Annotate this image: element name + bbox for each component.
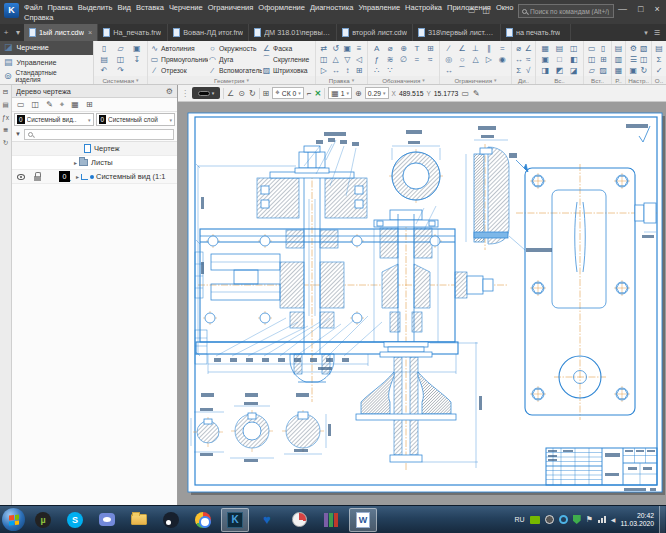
system-tool-icon[interactable]: ▯ (102, 44, 106, 53)
antivirus-shield-icon[interactable] (573, 515, 581, 524)
zoom-tool-icon[interactable]: ⊕ (355, 89, 362, 98)
show-desktop-button[interactable] (659, 506, 665, 533)
menu-item[interactable]: Настройка (405, 3, 442, 12)
menu-item[interactable]: Черчение (169, 3, 203, 12)
annotation-tool-icon[interactable]: А (374, 44, 379, 53)
expand-caret-icon[interactable]: ▸ (74, 159, 77, 166)
minimize-button[interactable]: — (618, 4, 627, 14)
panel-switch-icon[interactable]: ⊟ (3, 88, 8, 96)
snap-icon[interactable]: ∠ (227, 89, 234, 98)
doc-tab-6[interactable]: 318\первый лист.cdw (413, 24, 501, 41)
clock[interactable]: 20:42 11.03.2020 (620, 512, 654, 528)
panel-switch-icon[interactable]: ≣ (3, 126, 8, 134)
new-tab-button[interactable]: + (0, 24, 12, 41)
view-tool-icon[interactable]: ◪ (570, 66, 578, 75)
edit-tool-icon[interactable]: ◁ (356, 55, 362, 64)
menu-item[interactable]: Правка (47, 3, 72, 12)
tool-arc[interactable]: ◠Дуга (208, 54, 262, 65)
tool-segment[interactable]: ∕Отрезок (150, 65, 208, 76)
insert-tool-icon[interactable]: ▱ (589, 66, 595, 75)
edit-tool-icon[interactable]: ◫ (320, 55, 328, 64)
menu-item[interactable]: Оформление (258, 3, 305, 12)
view-tool-icon[interactable]: ◨ (541, 66, 549, 75)
pointer-tool-icon[interactable]: ✎ (473, 89, 480, 98)
ortho-corner-icon[interactable]: ⌐ (307, 89, 312, 98)
o-tool-icon[interactable]: Σ (657, 55, 662, 64)
expand-caret-icon[interactable]: ▸ (76, 173, 79, 180)
tree-toolbar-icon[interactable]: ✎ (46, 100, 53, 109)
edit-tool-icon[interactable]: ↕ (345, 66, 349, 75)
edit-tool-icon[interactable]: ▷ (321, 66, 327, 75)
tree-toolbar-icon[interactable]: ▦ (71, 100, 79, 109)
system-tool-icon[interactable]: ↶ (101, 66, 108, 75)
taskbar-kompas-active[interactable]: K (221, 508, 249, 532)
constraint-tool-icon[interactable]: ▷ (486, 55, 492, 64)
tree-node-system-view[interactable]: 0 ▸ Системный вид (1:1 (12, 170, 177, 184)
tool-circle[interactable]: ○Окружность (208, 43, 262, 54)
tab-close-icon[interactable]: × (88, 28, 92, 37)
o-tool-icon[interactable]: ✓ (656, 66, 663, 75)
diagnostic-tool-icon[interactable]: ≈ (526, 55, 530, 64)
settings-tool-icon[interactable]: ▣ (629, 66, 637, 75)
edit-tool-icon[interactable]: ▣ (344, 44, 352, 53)
annotation-tool-icon[interactable]: ≋ (387, 55, 394, 64)
snap-toggle-icon[interactable]: ✕ (315, 89, 322, 98)
constraint-tool-icon[interactable]: ⌒ (458, 65, 466, 76)
settings-tool-icon[interactable]: ▧ (640, 44, 648, 53)
system-tool-icon[interactable]: ▱ (117, 44, 123, 53)
menu-item-help[interactable]: Справка (24, 13, 53, 22)
command-search-input[interactable]: Поиск по командам (Alt+/) (518, 4, 614, 18)
edit-tool-icon[interactable]: ⇄ (321, 44, 328, 53)
view-tool-icon[interactable]: ◫ (570, 44, 578, 53)
drawing-canvas-area[interactable] (178, 102, 666, 505)
edit-tool-icon[interactable]: ▽ (344, 55, 350, 64)
tab-overflow-button[interactable]: ▾ (644, 29, 648, 37)
tree-toolbar-icon[interactable]: ⌖ (60, 100, 65, 110)
edit-tool-icon[interactable]: ↺ (332, 44, 339, 53)
diagnostic-tool-icon[interactable]: Σ (516, 66, 521, 75)
tab-pin-button[interactable]: ☰ (654, 29, 660, 37)
system-tool-icon[interactable]: ↧ (133, 55, 140, 64)
annotation-tool-icon[interactable]: ∅ (400, 55, 407, 64)
taskbar-explorer[interactable] (125, 508, 153, 532)
view-tool-icon[interactable]: ◩ (556, 66, 564, 75)
start-button[interactable] (2, 508, 25, 531)
edit-tool-icon[interactable]: ≡ (357, 44, 362, 53)
coordinate-system-select[interactable]: ⌖ СК 0 ▾ (272, 87, 304, 99)
layout-toggle-icon[interactable]: ◫ (483, 6, 491, 15)
tool-construction-line[interactable]: ⁄Вспомогатель.. прямая (208, 65, 262, 76)
taskbar-skype[interactable]: S (61, 508, 89, 532)
taskbar-word-active[interactable]: W (349, 508, 377, 532)
zoom-level-select[interactable]: 0.29 ▾ (365, 87, 389, 99)
nvidia-icon[interactable] (530, 516, 540, 524)
gearbox-assembly-drawing[interactable] (178, 102, 666, 505)
volume-icon[interactable]: ◀ (611, 516, 616, 523)
tree-toolbar-icon[interactable]: ▭ (17, 100, 25, 109)
annotation-tool-icon[interactable]: ∵ (388, 66, 393, 75)
diagnostic-tool-icon[interactable]: ⌀ (516, 44, 521, 53)
taskbar-discord[interactable] (93, 508, 121, 532)
insert-tool-icon[interactable]: ▭ (588, 44, 596, 53)
tree-toolbar-icon[interactable]: ◫ (32, 100, 40, 109)
settings-tool-icon[interactable]: ☰ (630, 55, 637, 64)
tray-app-icon[interactable] (545, 515, 554, 524)
diagnostic-tool-icon[interactable]: ∠ (525, 44, 532, 53)
taskbar-chrome[interactable] (189, 508, 217, 532)
r-tool-icon[interactable]: ▤ (615, 44, 623, 53)
constraint-tool-icon[interactable]: ◉ (499, 55, 506, 64)
annotation-tool-icon[interactable]: ≈ (428, 55, 432, 64)
action-center-flag-icon[interactable]: ⚑ (586, 515, 593, 524)
annotation-tool-icon[interactable]: ⊕ (400, 44, 407, 53)
insert-tool-icon[interactable]: ◫ (588, 55, 596, 64)
view-filter-select[interactable]: 0 Системный вид.. ▾ (14, 113, 94, 126)
chevron-down-icon[interactable]: ▾ (352, 77, 355, 83)
view-tool-icon[interactable]: □ (557, 55, 562, 64)
doc-tab-4[interactable]: ДМ 318.01\первый л... (249, 24, 337, 41)
language-indicator[interactable]: RU (515, 516, 525, 523)
settings-tool-icon[interactable]: ◫ (640, 55, 648, 64)
taskbar-winrar[interactable] (317, 508, 345, 532)
constraint-tool-icon[interactable]: = (500, 44, 505, 53)
tree-node-sheets[interactable]: ▸ Листы (12, 156, 177, 170)
annotation-tool-icon[interactable]: ⌀ (388, 44, 393, 53)
menu-item[interactable]: Вид (117, 3, 131, 12)
